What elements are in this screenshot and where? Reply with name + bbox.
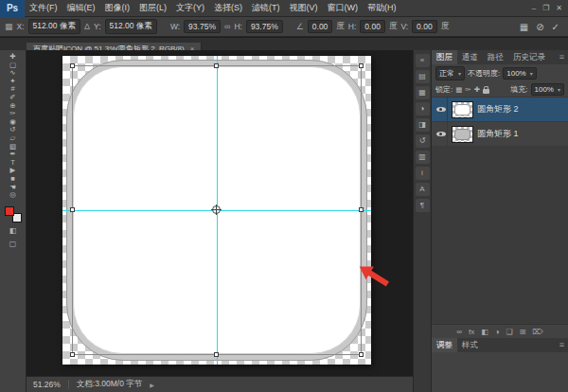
width-value-field[interactable]: 93.75% <box>184 20 221 33</box>
color-swatches <box>5 206 22 223</box>
close-icon[interactable]: ✕ <box>556 4 562 12</box>
eye-cell[interactable] <box>435 98 448 121</box>
lock-position-icon[interactable]: ✚ <box>474 85 480 94</box>
v-skew-field[interactable]: 0.00 <box>412 20 437 33</box>
h-skew-label: H: <box>348 22 357 31</box>
color-panel-icon[interactable]: ▤ <box>416 70 430 83</box>
menu-bar: Ps 文件(F) 编辑(E) 图像(I) 图层(L) 文字(Y) 选择(S) 滤… <box>0 0 568 17</box>
screen-mode-icon[interactable]: ▢ <box>9 239 17 249</box>
status-bar: 51.26% 文档:3.00M/0 字节 ▶ <box>27 376 413 392</box>
menu-filter[interactable]: 滤镜(T) <box>247 2 285 14</box>
menu-type[interactable]: 文字(Y) <box>171 2 209 14</box>
new-adjustment-layer-icon[interactable]: ◑ <box>495 328 500 336</box>
photoshop-window: Ps 文件(F) 编辑(E) 图像(I) 图层(L) 文字(Y) 选择(S) 滤… <box>0 0 568 392</box>
panel-menu-icon[interactable]: ≡ <box>559 338 568 352</box>
transform-handle-sw[interactable] <box>70 352 75 357</box>
transform-handle-s[interactable] <box>214 352 219 357</box>
transform-handle-w[interactable] <box>70 207 75 212</box>
paragraph-panel-icon[interactable]: ¶ <box>416 199 430 212</box>
x-value-field[interactable]: 512.00 像素 <box>28 19 80 34</box>
delete-layer-icon[interactable]: ⌦ <box>532 328 542 336</box>
menu-select[interactable]: 选择(S) <box>209 2 247 14</box>
lock-all-icon[interactable] <box>483 89 489 94</box>
red-arrow-annotation <box>356 260 392 291</box>
minimize-icon[interactable]: – <box>532 4 536 12</box>
transform-handle-se[interactable] <box>359 352 364 357</box>
transform-handle-n[interactable] <box>214 63 219 68</box>
zoom-tool[interactable]: ◎ <box>0 191 26 200</box>
blend-mode-select[interactable]: 正常 ▾ <box>435 66 465 80</box>
tab-layers[interactable]: 图层 <box>432 50 457 64</box>
quick-mask-icon[interactable]: ◧ <box>9 225 17 236</box>
transform-handle-ne[interactable] <box>359 63 364 68</box>
transform-handle-e[interactable] <box>359 207 364 212</box>
menu-edit[interactable]: 编辑(E) <box>62 2 100 14</box>
transform-handle-nw[interactable] <box>70 63 75 68</box>
angle-value-field[interactable]: 0.00 <box>308 20 333 33</box>
add-layer-mask-icon[interactable]: ◧ <box>481 328 488 336</box>
h-skew-field[interactable]: 0.00 <box>360 20 385 33</box>
v-skew-label: V: <box>400 22 408 31</box>
properties-panel-icon[interactable]: ▥ <box>416 151 430 164</box>
canvas[interactable] <box>62 56 371 365</box>
layers-empty-area <box>432 147 568 324</box>
menu-file[interactable]: 文件(F) <box>25 2 62 14</box>
fill-select[interactable]: 100% ▾ <box>531 83 564 96</box>
opacity-label: 不透明度: <box>468 68 500 79</box>
new-layer-icon[interactable]: ⊞ <box>520 328 526 336</box>
layer-row-rounded-rect-2[interactable]: 圆角矩形 2 <box>432 98 568 122</box>
lock-row: 锁定: ▦ ✑ ✚ 填充: 100% ▾ <box>432 82 568 98</box>
cancel-transform-icon[interactable]: ⊘ <box>536 22 543 32</box>
angle-unit: 度 <box>336 21 345 32</box>
layer-row-rounded-rect-1[interactable]: 圆角矩形 1 <box>432 122 568 147</box>
eye-cell[interactable] <box>435 122 448 146</box>
chevron-down-icon: ▾ <box>558 86 560 93</box>
relative-position-icon[interactable]: Δ <box>84 22 90 31</box>
rotate-angle-icon: ∠ <box>296 22 304 31</box>
styles-panel-icon[interactable]: ◨ <box>416 118 430 132</box>
zoom-level-field[interactable]: 51.26% <box>33 380 61 389</box>
panels-dock: 图层 通道 路径 历史记录 ≡ 正常 ▾ 不透明度: 100% ▾ 锁定: ▦ … <box>431 50 568 392</box>
chevron-down-icon: ▾ <box>458 70 461 77</box>
warp-mode-icon[interactable]: ▦ <box>520 22 528 32</box>
status-expand-icon[interactable]: ▶ <box>150 382 154 388</box>
foreground-color-swatch[interactable] <box>5 206 14 216</box>
collapse-panels-icon[interactable]: « <box>416 54 430 67</box>
document-area <box>27 50 413 376</box>
commit-transform-icon[interactable]: ✓ <box>552 22 559 32</box>
transform-center-point[interactable] <box>212 205 221 214</box>
menu-image[interactable]: 图像(I) <box>100 2 135 14</box>
new-group-icon[interactable]: ❏ <box>506 328 513 336</box>
opacity-select[interactable]: 100% ▾ <box>503 67 536 80</box>
reference-point-icon[interactable]: ▦ <box>5 22 13 31</box>
lock-pixels-icon[interactable]: ✑ <box>465 85 470 94</box>
layer-thumbnail[interactable] <box>452 101 473 118</box>
tab-styles[interactable]: 样式 <box>457 338 483 352</box>
menu-view[interactable]: 视图(V) <box>285 2 323 14</box>
height-value-field[interactable]: 93.75% <box>246 20 283 33</box>
menu-help[interactable]: 帮助(H) <box>363 2 401 14</box>
document-tab-bar: 百度贴吧ICON @ 51.3%(圆角矩形 2, RGB/8) × <box>0 38 568 50</box>
menu-layer[interactable]: 图层(L) <box>134 2 171 14</box>
info-panel-icon[interactable]: i <box>416 167 430 180</box>
link-dimensions-icon[interactable]: ∞ <box>224 22 230 31</box>
lock-transparency-icon[interactable]: ▦ <box>455 85 462 94</box>
panel-menu-icon[interactable]: ≡ <box>559 50 568 64</box>
layer-thumbnail[interactable] <box>452 126 473 143</box>
swatches-panel-icon[interactable]: ▦ <box>416 86 430 99</box>
history-panel-icon[interactable]: ↺ <box>416 134 430 148</box>
link-layers-icon[interactable]: ∞ <box>456 328 462 336</box>
visibility-eye-icon <box>436 130 446 139</box>
tab-history[interactable]: 历史记录 <box>508 50 550 64</box>
height-label: H: <box>234 22 242 31</box>
tab-channels[interactable]: 通道 <box>457 50 483 64</box>
tab-adjustments[interactable]: 调整 <box>432 338 457 352</box>
tab-paths[interactable]: 路径 <box>483 50 508 64</box>
transform-bounding-box <box>72 65 362 355</box>
layer-style-icon[interactable]: fx <box>469 328 474 336</box>
restore-icon[interactable]: ❐ <box>542 4 549 12</box>
menu-window[interactable]: 窗口(W) <box>323 2 364 14</box>
y-value-field[interactable]: 512.00 像素 <box>105 19 157 34</box>
character-panel-icon[interactable]: A <box>416 183 430 196</box>
adjustments-panel-icon[interactable]: ◑ <box>416 102 430 116</box>
